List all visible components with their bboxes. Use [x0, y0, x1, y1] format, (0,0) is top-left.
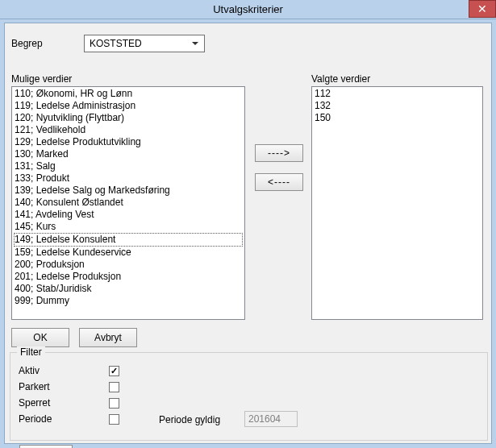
- list-item[interactable]: 129; Ledelse Produktutvikling: [14, 136, 243, 148]
- list-item[interactable]: 110; Økonomi, HR og Lønn: [14, 88, 243, 100]
- list-item[interactable]: 140; Konsulent Østlandet: [14, 197, 243, 209]
- filter-row-aktiv: Aktiv: [19, 363, 487, 379]
- close-button[interactable]: ✕: [469, 0, 496, 18]
- mulige-listbox[interactable]: 110; Økonomi, HR og Lønn119; Ledelse Adm…: [11, 86, 245, 320]
- chevron-down-icon: [190, 38, 201, 49]
- sperret-checkbox[interactable]: [109, 398, 119, 409]
- ok-button[interactable]: OK: [11, 328, 69, 347]
- bruk-button[interactable]: Bruk: [19, 445, 73, 448]
- begrep-label: Begrep: [11, 38, 84, 49]
- list-item[interactable]: 133; Produkt: [14, 172, 243, 185]
- list-item[interactable]: 121; Vedlikehold: [14, 124, 243, 136]
- row-begrep: Begrep KOSTSTED: [11, 35, 491, 52]
- list-item[interactable]: 112: [314, 88, 481, 100]
- list-item[interactable]: 119; Ledelse Administrasjon: [14, 100, 243, 112]
- periode-gyldig-label: Periode gyldig: [159, 414, 220, 425]
- filter-legend: Filter: [17, 346, 45, 358]
- filter-row-parkert: Parkert: [19, 379, 487, 395]
- list-item[interactable]: 150: [314, 112, 481, 124]
- add-button[interactable]: ---->: [255, 144, 303, 162]
- valgte-label: Valgte verdier: [311, 73, 370, 85]
- aktiv-label: Aktiv: [19, 365, 109, 376]
- filter-row-sperret: Sperret: [19, 395, 487, 411]
- valgte-listbox[interactable]: 112132150: [311, 86, 483, 320]
- list-item[interactable]: 400; Stab/Juridisk: [14, 283, 243, 295]
- sperret-label: Sperret: [19, 397, 109, 409]
- list-item[interactable]: 999; Dummy: [14, 295, 243, 307]
- list-item[interactable]: 130; Marked: [14, 148, 243, 160]
- filter-groupbox: Filter Aktiv Parkert Sperret Periode: [10, 352, 488, 441]
- aktiv-checkbox[interactable]: [109, 366, 119, 376]
- client-area: Begrep KOSTSTED Mulige verdier Valgte ve…: [4, 23, 492, 444]
- list-item[interactable]: 200; Produksjon: [14, 259, 243, 271]
- close-icon: ✕: [477, 2, 487, 15]
- list-item[interactable]: 131; Salg: [14, 160, 243, 172]
- parkert-label: Parkert: [19, 381, 109, 392]
- list-item[interactable]: 159; Ledelse Kundeservice: [14, 247, 243, 259]
- window-title: Utvalgskriterier: [213, 3, 283, 15]
- list-item[interactable]: 132: [314, 100, 481, 112]
- list-item[interactable]: 139; Ledelse Salg og Markedsføring: [14, 185, 243, 197]
- mulige-label: Mulige verdier: [11, 73, 72, 85]
- list-item[interactable]: 141; Avdeling Vest: [14, 209, 243, 221]
- periode-checkbox[interactable]: [109, 414, 119, 425]
- titlebar: Utvalgskriterier ✕: [0, 0, 496, 19]
- periode-field[interactable]: [244, 411, 298, 427]
- begrep-select[interactable]: KOSTSTED: [84, 35, 205, 52]
- list-item[interactable]: 201; Ledelse Produksjon: [14, 271, 243, 283]
- window: Utvalgskriterier ✕ Begrep KOSTSTED Mulig…: [0, 0, 496, 448]
- remove-button[interactable]: <----: [255, 173, 303, 191]
- parkert-checkbox[interactable]: [109, 382, 119, 392]
- cancel-button[interactable]: Avbryt: [79, 328, 137, 347]
- list-item[interactable]: 120; Nyutvikling (Flyttbar): [14, 112, 243, 124]
- periode-label: Periode: [19, 413, 109, 425]
- begrep-select-value: KOSTSTED: [90, 38, 142, 49]
- list-item[interactable]: 145; Kurs: [14, 221, 243, 233]
- list-item[interactable]: 149; Ledelse Konsulent: [14, 233, 243, 247]
